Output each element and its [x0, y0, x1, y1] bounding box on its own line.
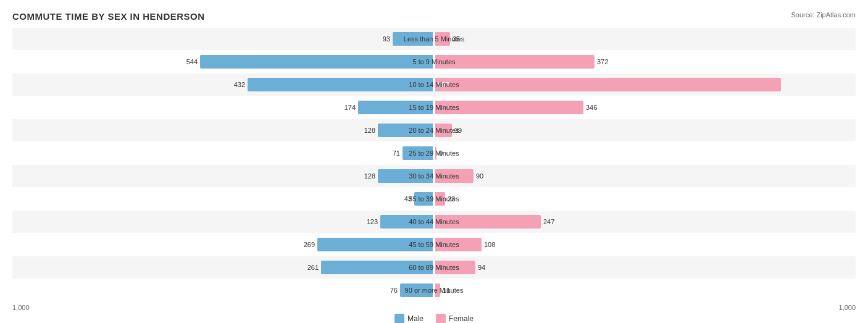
male-value: 128: [364, 172, 375, 180]
male-bar: [248, 78, 433, 91]
male-bar: [380, 215, 433, 229]
female-bar: [435, 124, 452, 137]
female-value: 11: [443, 287, 450, 294]
legend-male-box: [394, 314, 404, 323]
female-value: 807: [438, 81, 449, 88]
chart-inner: 93Less than 5 Minutes355445 to 9 Minutes…: [12, 28, 856, 323]
male-value: 174: [344, 104, 356, 111]
female-value: 108: [484, 241, 495, 248]
table-row: 93Less than 5 Minutes35: [12, 28, 856, 50]
axis-left: 1,000: [12, 304, 30, 311]
table-row: 17415 to 19 Minutes346: [12, 96, 856, 119]
male-value: 43: [404, 195, 412, 203]
chart-container: COMMUTE TIME BY SEX IN HENDERSON Source:…: [0, 0, 868, 323]
male-value: 123: [367, 218, 378, 225]
legend-female-box: [436, 314, 446, 323]
table-row: 7125 to 29 Minutes0: [12, 142, 856, 164]
male-bar: [393, 32, 433, 46]
table-row: 4335 to 39 Minutes23: [12, 188, 856, 210]
female-value: 35: [453, 35, 460, 43]
male-value: 544: [186, 58, 198, 65]
female-value: 0: [439, 149, 443, 157]
legend-male: Male: [394, 314, 424, 323]
female-bar: [435, 32, 450, 46]
legend-female-label: Female: [449, 314, 474, 323]
male-value: 261: [307, 264, 319, 271]
female-value: 39: [454, 127, 462, 134]
male-bar: [414, 192, 433, 206]
male-bar: [321, 261, 433, 274]
table-row: 43210 to 14 Minutes807: [12, 73, 856, 96]
male-value: 71: [393, 149, 400, 157]
male-bar: [358, 101, 433, 114]
female-bar: [435, 238, 482, 251]
table-row: 5445 to 9 Minutes372: [12, 51, 856, 73]
male-bar: [378, 124, 433, 137]
table-row: 7690 or more Minutes11: [12, 279, 856, 301]
source-label: Source: ZipAtlas.com: [791, 11, 856, 19]
female-value: 372: [597, 58, 608, 65]
male-value: 76: [390, 287, 398, 294]
female-bar: [435, 146, 436, 160]
male-value: 128: [364, 127, 375, 134]
table-row: 26945 to 59 Minutes108: [12, 233, 856, 256]
table-row: 12820 to 24 Minutes39: [12, 119, 856, 141]
legend: Male Female: [12, 314, 856, 323]
female-value: 346: [586, 104, 597, 111]
female-bar: [435, 55, 595, 69]
chart-title: COMMUTE TIME BY SEX IN HENDERSON: [12, 11, 856, 22]
female-bar: [435, 215, 541, 229]
female-bar: 807: [435, 78, 781, 91]
legend-female: Female: [436, 314, 474, 323]
legend-male-label: Male: [407, 314, 424, 323]
bars-container: 93Less than 5 Minutes355445 to 9 Minutes…: [12, 28, 856, 301]
female-value: 90: [476, 172, 483, 180]
male-bar: [317, 238, 433, 251]
axis-right: 1,000: [838, 304, 856, 311]
male-value: 432: [234, 81, 245, 88]
table-row: 12340 to 44 Minutes247: [12, 211, 856, 233]
female-bar: [435, 101, 583, 114]
female-bar: [435, 283, 440, 297]
male-bar: [378, 169, 433, 183]
male-value: 93: [383, 35, 390, 43]
female-bar: [435, 192, 445, 206]
male-bar: [400, 283, 433, 297]
male-value: 269: [304, 241, 315, 248]
female-bar: [435, 169, 474, 183]
female-value: 247: [543, 218, 554, 225]
male-bar: [403, 146, 433, 160]
female-bar: [435, 261, 475, 274]
table-row: 12830 to 34 Minutes90: [12, 165, 856, 187]
female-value: 94: [478, 264, 485, 271]
male-bar: [200, 55, 433, 69]
female-value: 23: [448, 195, 455, 203]
table-row: 26160 to 89 Minutes94: [12, 256, 856, 279]
axis-labels: 1,000 1,000: [12, 304, 856, 311]
